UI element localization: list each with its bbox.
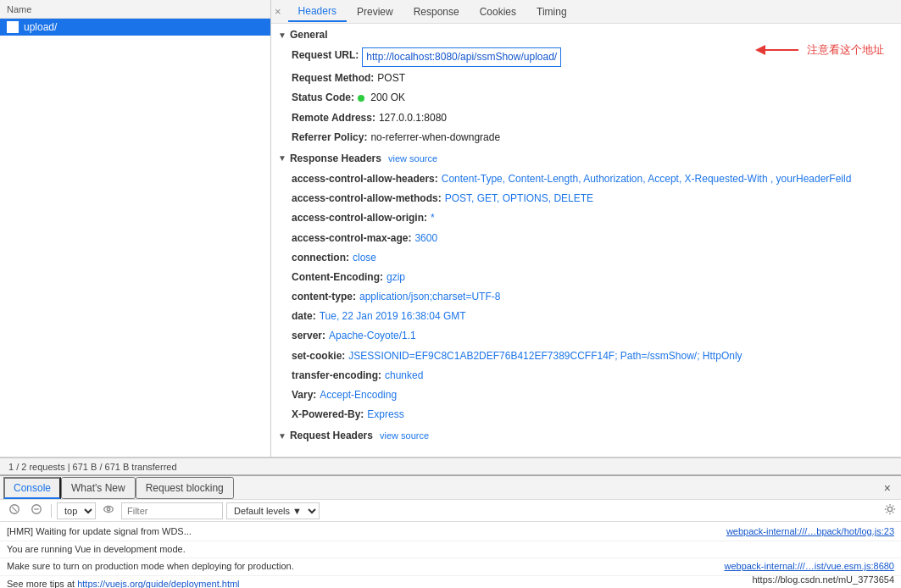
resp-header-row-4: connection: close [271,248,901,268]
file-list-name-col: Name [7,4,31,14]
annotation-arrow [756,37,807,63]
resp-val-3: 3600 [414,230,437,247]
console-panel: Console What's New Request blocking × to… [0,474,901,588]
console-line-text-1: You are running Vue in development mode. [7,542,186,557]
resp-header-row-12: X-Powered-By: Express [271,405,901,424]
tab-timing[interactable]: Timing [526,3,577,21]
referrer-policy-val: no-referrer-when-downgrade [370,130,500,146]
eye-icon [103,503,114,515]
console-filter-input[interactable] [121,502,223,519]
resp-val-9: JSESSIONID=EF9C8C1AB2DEF76B412EF7389CCFF… [348,348,742,364]
console-line-text-0: [HMR] Waiting for update signal from WDS… [7,524,192,540]
console-line-2: Make sure to turn on production mode whe… [0,558,901,576]
file-list-header: Name [0,0,270,19]
file-icon [7,21,19,33]
response-headers-section[interactable]: ▼ Response Headers view source [271,147,901,169]
request-headers-triangle: ▼ [278,431,286,441]
console-stop-btn[interactable] [5,502,24,519]
resp-key-0: access-control-allow-headers: [292,171,438,187]
file-list-item[interactable]: upload/ [0,19,270,36]
console-tabs: Console What's New Request blocking × [0,476,901,500]
tab-request-blocking[interactable]: Request blocking [136,477,234,499]
console-link-2[interactable]: webpack-internal:///…ist/vue.esm.js:8680 [724,559,894,574]
status-bar: 1 / 2 requests | 671 B / 671 B transferr… [0,458,901,474]
resp-header-row-11: Vary: Accept-Encoding [271,386,901,405]
resp-val-0: Content-Type, Content-Length, Authorizat… [442,171,852,187]
resp-val-12: Express [367,407,403,423]
request-method-row: Request Method: POST [271,69,901,88]
request-url-val: http://localhost:8080/api/ssmShow/upload… [362,47,561,67]
tab-response[interactable]: Response [403,3,470,21]
svg-line-3 [12,507,16,511]
vue-deploy-link[interactable]: https://vuejs.org/guide/deployment.html [77,579,239,588]
headers-panel: × Headers Preview Response Cookies Timin… [271,0,901,457]
response-headers-view-source[interactable]: view source [388,153,437,164]
request-headers-view-source[interactable]: view source [380,430,429,441]
resp-key-5: Content-Encoding: [292,269,383,286]
request-method-key: Request Method: [292,70,374,86]
resp-header-row-10: transfer-encoding: chunked [271,366,901,386]
resp-val-8: Apache-Coyote/1.1 [329,328,416,344]
headers-content: ▼ General 注意看这个地址 [271,24,901,447]
svg-point-6 [104,507,114,513]
resp-header-row-0: access-control-allow-headers: Content-Ty… [271,169,901,189]
request-method-val: POST [377,70,405,86]
resp-header-row-8: server: Apache-Coyote/1.1 [271,326,901,346]
resp-key-8: server: [292,328,325,344]
resp-header-row-5: Content-Encoding: gzip [271,268,901,287]
console-line-1: You are running Vue in development mode. [0,541,901,559]
bottom-link[interactable]: https://blog.csdn.net/mU_3773654 [752,574,894,585]
console-line-0: [HMR] Waiting for update signal from WDS… [0,524,901,541]
resp-val-4: close [353,250,376,266]
log-levels-select[interactable]: Default levels ▼ [226,502,320,519]
remote-address-row: Remote Address: 127.0.0.1:8080 [271,108,901,128]
annotation-text: 注意看这个地址 [807,42,884,58]
referrer-policy-key: Referrer Policy: [292,130,367,146]
svg-point-8 [887,507,892,511]
console-line-text-2: Make sure to turn on production mode whe… [7,559,294,574]
resp-val-10: chunked [385,368,423,384]
resp-key-1: access-control-allow-methods: [292,191,442,207]
console-toolbar: top Default levels ▼ [0,500,901,522]
console-gear-icon[interactable] [884,503,896,518]
resp-val-7: Tue, 22 Jan 2019 16:38:04 GMT [320,308,466,325]
resp-val-6: application/json;charset=UTF-8 [359,289,500,305]
request-headers-section[interactable]: ▼ Request Headers view source [271,424,901,447]
resp-val-2: * [431,210,435,226]
general-triangle: ▼ [278,31,286,40]
response-headers-label: Response Headers [290,153,381,164]
resp-key-2: access-control-allow-origin: [292,210,427,226]
response-headers-triangle: ▼ [278,153,286,163]
tab-preview[interactable]: Preview [347,3,403,21]
tab-whats-new[interactable]: What's New [61,477,136,499]
tab-cookies[interactable]: Cookies [470,3,526,21]
svg-point-7 [107,508,110,511]
console-link-0[interactable]: webpack-internal:///…bpack/hot/log.js:23 [726,524,894,540]
resp-header-row-1: access-control-allow-methods: POST, GET,… [271,189,901,208]
console-clear-btn[interactable] [27,502,46,519]
resp-key-12: X-Powered-By: [292,407,364,423]
remote-address-val: 127.0.0.1:8080 [379,110,447,126]
tab-console[interactable]: Console [3,477,61,499]
eye-btn[interactable] [99,502,118,519]
resp-val-5: gzip [387,269,405,286]
resp-key-9: set-cookie: [292,348,345,364]
status-code-val: 200 OK [358,90,405,106]
resp-key-3: access-control-max-age: [292,230,411,247]
tab-headers[interactable]: Headers [288,2,347,22]
resp-key-7: date: [292,308,316,325]
toolbar-divider [51,504,52,518]
remote-address-key: Remote Address: [292,110,375,126]
resp-header-row-3: access-control-max-age: 3600 [271,229,901,248]
resp-key-11: Vary: [292,387,316,403]
resp-key-6: content-type: [292,289,356,305]
close-tab[interactable]: × [275,5,281,18]
annotation: 注意看这个地址 [756,37,884,63]
resp-key-4: connection: [292,250,349,266]
resp-val-11: Accept-Encoding [320,387,397,403]
console-line-text-3: See more tips at https://vuejs.org/guide… [7,577,240,588]
context-select[interactable]: top [57,502,96,519]
bottom-link-bar: https://blog.csdn.net/mU_3773654 [752,574,894,585]
console-close-btn[interactable]: × [877,481,898,495]
status-code-key: Status Code: [292,90,354,106]
